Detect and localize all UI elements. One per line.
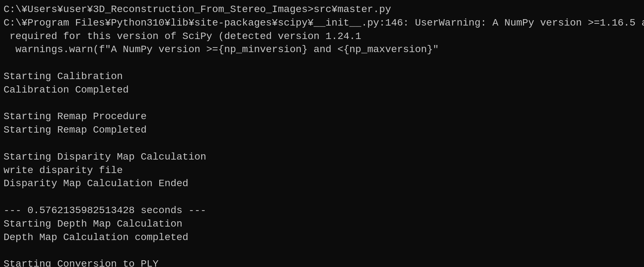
terminal-line-line2: C:\¥Program Files¥Python310¥lib¥site-pac… [4, 16, 640, 30]
terminal-line-blank4 [4, 190, 640, 204]
terminal-line-blank3 [4, 137, 640, 150]
terminal-line-line11: Disparity Map Calculation Ended [4, 177, 640, 190]
terminal-line-line9: Starting Disparity Map Calculation [4, 150, 640, 164]
terminal-line-line13: Starting Depth Map Calculation [4, 217, 640, 231]
terminal-line-line10: write disparity file [4, 164, 640, 177]
terminal-window: C:\¥Users¥user¥3D_Reconstruction_From_St… [0, 0, 644, 267]
terminal-line-line1: C:\¥Users¥user¥3D_Reconstruction_From_St… [4, 3, 640, 16]
terminal-line-line8: Starting Remap Completed [4, 123, 640, 137]
terminal-line-line5: Starting Calibration [4, 70, 640, 83]
terminal-line-blank1 [4, 56, 640, 70]
terminal-line-line15: Starting Conversion to PLY [4, 257, 640, 267]
terminal-line-line3: required for this version of SciPy (dete… [4, 30, 640, 43]
terminal-line-line12: --- 0.5762135982513428 seconds --- [4, 204, 640, 217]
terminal-line-line6: Calibration Completed [4, 83, 640, 97]
terminal-line-line14: Depth Map Calculation completed [4, 231, 640, 244]
terminal-line-line4: warnings.warn(f"A NumPy version >={np_mi… [4, 43, 640, 56]
terminal-line-line7: Starting Remap Procedure [4, 110, 640, 123]
terminal-line-blank5 [4, 244, 640, 257]
terminal-line-blank2 [4, 97, 640, 110]
